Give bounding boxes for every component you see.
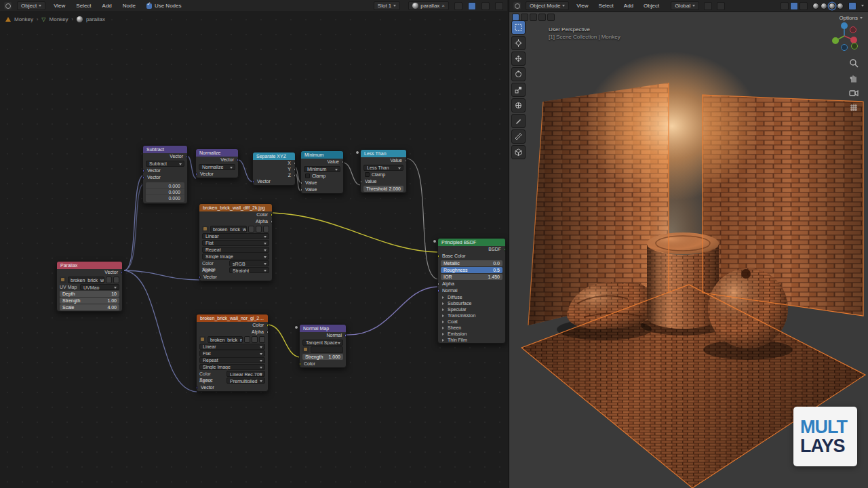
clamp-row[interactable]: Clamp	[301, 173, 343, 180]
ior-field[interactable]: IOR1.450	[441, 274, 502, 280]
node-header[interactable]: Less Than	[361, 150, 406, 157]
clamp-checkbox[interactable]	[365, 172, 370, 177]
depth-field[interactable]: Depth10	[60, 291, 119, 297]
alpha-dropdown[interactable]: Straight	[229, 267, 269, 273]
panel-specular[interactable]: Specular	[438, 306, 505, 312]
socket-z-out[interactable]	[294, 174, 295, 178]
toggle-perspective-icon[interactable]	[849, 103, 859, 113]
shading-wireframe-icon[interactable]	[812, 3, 819, 9]
extension-dropdown[interactable]: Repeat	[199, 357, 265, 363]
material-selector[interactable]: parallax ×	[408, 1, 449, 10]
metallic-field[interactable]: Metallic0.0	[441, 260, 502, 266]
socket-color-out[interactable]	[267, 323, 268, 327]
image-name-field[interactable]: broken_brick_wa	[210, 226, 247, 232]
source-dropdown[interactable]: Single Image	[199, 364, 265, 370]
breadcrumb-object[interactable]: Monkey	[14, 16, 33, 22]
source-dropdown[interactable]: Single Image	[202, 253, 269, 260]
extension-dropdown[interactable]: Repeat	[202, 247, 269, 253]
socket-vector-in[interactable]	[143, 169, 144, 173]
tool-select-box[interactable]	[511, 20, 526, 35]
panel-transmission[interactable]: Transmission	[438, 312, 505, 319]
roughness-field[interactable]: Roughness0.5	[441, 267, 502, 273]
node-header[interactable]: Subtract	[143, 146, 187, 153]
socket-vector-in[interactable]	[199, 275, 201, 279]
operation-dropdown[interactable]: Subtract	[146, 161, 184, 167]
threshold-field[interactable]: Threshold2.000	[363, 186, 403, 192]
show-gizmo-icon[interactable]	[781, 2, 789, 10]
camera-view-icon[interactable]	[849, 88, 859, 98]
vector-value-block[interactable]: 0.000 0.000 0.000	[146, 182, 184, 202]
shader-type-dropdown[interactable]: Object	[17, 1, 45, 10]
strength-field[interactable]: Strength1.000	[302, 354, 343, 360]
axis-z-minus[interactable]	[842, 45, 848, 51]
new-image-button[interactable]	[244, 336, 250, 343]
mode-dropdown[interactable]: Object Mode	[526, 1, 569, 10]
axis-x-plus[interactable]	[850, 37, 857, 43]
socket-y-out[interactable]	[294, 167, 295, 171]
panel-emission[interactable]: Emission	[438, 331, 505, 337]
node-header[interactable]: Separate XYZ	[253, 152, 295, 160]
clamp-row[interactable]: Clamp	[361, 171, 406, 178]
use-nodes-checkbox[interactable]	[146, 3, 152, 9]
node-separate-xyz[interactable]: Separate XYZ X Y Z Vector	[252, 152, 296, 186]
proportional-edit-icon[interactable]	[717, 2, 725, 10]
operation-dropdown[interactable]: Less Than	[363, 165, 403, 171]
socket-value-out[interactable]	[342, 160, 343, 164]
interpolation-dropdown[interactable]: Linear	[202, 233, 269, 239]
projection-dropdown[interactable]: Flat	[202, 240, 269, 246]
node-math-less-than[interactable]: Less Than Value Less Than Clamp Value Th…	[360, 149, 407, 193]
projection-dropdown[interactable]: Flat	[199, 350, 265, 357]
socket-threshold-in[interactable]	[355, 150, 359, 155]
new-image-button[interactable]	[106, 277, 112, 283]
overlays-icon[interactable]	[790, 2, 798, 10]
node-header[interactable]: broken_brick_wall_nor_gl_2k.exr	[197, 314, 268, 322]
axis-x-minus[interactable]	[850, 27, 856, 33]
operation-dropdown[interactable]: Normalize	[199, 164, 235, 170]
tool-measure[interactable]	[511, 129, 526, 144]
socket-color-in[interactable]	[300, 362, 301, 366]
socket-normal-out[interactable]	[344, 333, 346, 338]
node-header[interactable]: broken_brick_wall_diff_2k.jpg	[199, 204, 272, 211]
socket-value-in[interactable]	[301, 188, 302, 192]
image-datablock-selector[interactable]: broken_brick_wa	[60, 277, 119, 283]
axis-y-plus[interactable]	[832, 37, 839, 44]
image-datablock-selector[interactable]: broken_brick_wa	[202, 226, 269, 232]
alpha-dropdown[interactable]: Premultiplied	[226, 378, 265, 384]
fake-user-shield-icon[interactable]	[468, 2, 476, 10]
axis-z-plus[interactable]	[841, 22, 848, 29]
overlays-icon[interactable]	[495, 2, 503, 10]
tool-cursor[interactable]	[511, 36, 526, 50]
zoom-icon[interactable]	[849, 58, 859, 68]
panel-coat[interactable]: Coat	[438, 319, 505, 325]
socket-normal-in[interactable]	[438, 289, 439, 293]
menu-add[interactable]: Add	[621, 2, 636, 9]
material-slot-dropdown[interactable]: Slot 1	[374, 1, 400, 10]
object-brick-cylinder[interactable]	[647, 232, 719, 329]
node-header[interactable]: Parallax	[57, 262, 122, 269]
node-vector-math-normalize[interactable]: Normalize Vector Normalize Vector	[195, 148, 239, 178]
tool-option-icon[interactable]	[530, 14, 537, 21]
image-name-field[interactable]: broken_brick_wa	[68, 277, 104, 283]
image-datablock-selector[interactable]: broken_brick_no	[199, 336, 265, 343]
socket-color-out[interactable]	[271, 213, 272, 217]
uvmap-field[interactable]	[311, 346, 343, 353]
socket-vector-in[interactable]	[197, 386, 198, 390]
value-y[interactable]: 0.000	[146, 189, 184, 195]
pin-icon[interactable]	[454, 2, 462, 10]
socket-vector-out[interactable]	[121, 270, 122, 274]
node-header[interactable]: Normal Map	[300, 325, 346, 332]
snapping-magnet-icon[interactable]	[704, 2, 712, 10]
socket-vector-out[interactable]	[237, 158, 238, 162]
tool-rotate[interactable]	[511, 67, 526, 81]
panel-thin-film[interactable]: Thin Film	[438, 337, 505, 343]
xray-icon[interactable]	[800, 2, 808, 10]
socket-value-in[interactable]	[301, 181, 302, 185]
new-image-button[interactable]	[248, 226, 254, 232]
node-vector-math-subtract[interactable]: Subtract Vector Subtract Vector Vector 0…	[142, 145, 188, 204]
clamp-checkbox[interactable]	[305, 174, 310, 178]
tool-transform[interactable]	[511, 98, 526, 113]
node-normal-map[interactable]: Normal Map Normal Tangent Space Strength…	[299, 324, 347, 368]
node-group-parallax[interactable]: Parallax Vector broken_brick_wa UV Map U…	[56, 261, 123, 312]
panel-sheen[interactable]: Sheen	[438, 325, 505, 331]
interpolation-dropdown[interactable]: Linear	[199, 344, 265, 350]
